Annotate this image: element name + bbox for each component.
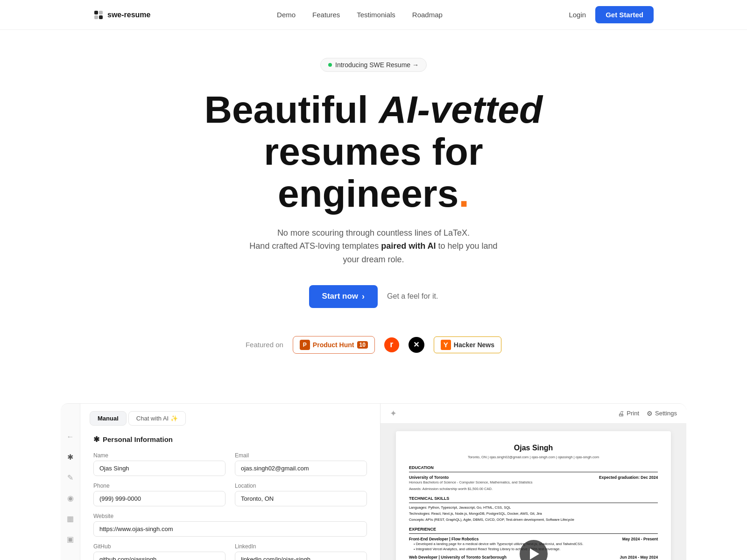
phone-location-row: Phone (999) 999-0000 Location Toronto, O…: [93, 483, 367, 506]
resume-skills-languages: Languages: Python, Typescript, Javascrip…: [409, 505, 658, 511]
badge-text: Introducing SWE Resume →: [335, 61, 419, 69]
featured-label: Featured on: [246, 341, 283, 349]
github-group: GitHub github.com/ojassingh: [93, 543, 226, 560]
sidebar-person-icon[interactable]: ✱: [65, 452, 76, 462]
resume-skills-title: Technical Skills: [409, 496, 658, 503]
product-hunt-text: Product Hunt: [313, 341, 354, 349]
github-input[interactable]: github.com/ojassingh: [93, 552, 226, 560]
announcing-badge[interactable]: Introducing SWE Resume →: [320, 58, 427, 72]
twitter-badge[interactable]: ✕: [409, 337, 424, 353]
email-input[interactable]: ojas.singh02@gmail.com: [235, 461, 367, 476]
website-row: Website https://www.ojas-singh.com: [93, 513, 367, 537]
resume-edu-degree: Honours Bachelors of Science - Computer …: [409, 480, 658, 485]
resume-experience-title: Experience: [409, 526, 658, 534]
nav-demo[interactable]: Demo: [277, 11, 296, 19]
hero-title-part1: Beautiful: [204, 88, 379, 131]
email-label: Email: [235, 452, 367, 459]
sidebar-back-icon[interactable]: ←: [65, 432, 76, 442]
login-button[interactable]: Login: [569, 11, 586, 19]
print-icon: 🖨: [618, 410, 624, 417]
start-now-button[interactable]: Start now ›: [309, 285, 378, 308]
resume-edu-date: Expected graduation: Dec 2024: [599, 475, 658, 480]
navbar: swe-resume Demo Features Testimonials Ro…: [0, 0, 747, 30]
nav-links: Demo Features Testimonials Roadmap: [277, 11, 443, 19]
sidebar-globe-icon[interactable]: ◉: [65, 493, 76, 504]
linkedin-handle: ojas-singh: [283, 556, 310, 560]
start-now-label: Start now: [322, 292, 358, 301]
tab-ai-chat[interactable]: Chat with AI ✨: [128, 411, 186, 426]
settings-button[interactable]: ⚙ Settings: [647, 410, 677, 417]
print-label: Print: [627, 410, 639, 417]
location-input[interactable]: Toronto, ON: [235, 491, 367, 506]
featured-row: Featured on P Product Hunt 10 r ✕ Y Hack…: [246, 336, 501, 354]
sidebar-chart-icon[interactable]: ▦: [65, 514, 76, 524]
github-label: GitHub: [93, 543, 226, 550]
logo-text: swe-resume: [107, 11, 151, 19]
resume-edu-awards: Awards: Admission scholarship worth $1,5…: [409, 487, 658, 492]
reddit-badge[interactable]: r: [384, 337, 399, 352]
resume-contact: Toronto, ON | ojas.singh02@gmail.com | o…: [409, 455, 658, 460]
nav-roadmap[interactable]: Roadmap: [412, 11, 443, 19]
subtitle-bold: paired with AI: [381, 241, 436, 251]
github-linkedin-row: GitHub github.com/ojassingh LinkedIn lin…: [93, 543, 367, 560]
resume-exp2-date: Jun 2024 - May 2024: [620, 554, 658, 560]
subtitle-line1: No more scouring through countless lines…: [277, 228, 470, 238]
location-label: Location: [235, 483, 367, 489]
github-prefix: github.com/: [99, 556, 131, 560]
print-button[interactable]: 🖨 Print: [618, 410, 639, 417]
hero-title-italic: AI-vetted: [379, 88, 543, 131]
demo-section: ← ✱ ✎ ◉ ▦ ▣ Manual Chat with AI ✨ ✱ Pers…: [61, 403, 686, 560]
nav-testimonials[interactable]: Testimonials: [357, 11, 395, 19]
right-toolbar: ✦ 🖨 Print ⚙ Settings: [381, 404, 686, 424]
website-group: Website https://www.ojas-singh.com: [93, 513, 367, 537]
name-input[interactable]: Ojas Singh: [93, 461, 226, 476]
left-panel: Manual Chat with AI ✨ ✱ Personal Informa…: [80, 404, 381, 560]
resume-skills-concepts: Concepts: APIs (REST, GraphQL), Agile, D…: [409, 518, 658, 523]
linkedin-input[interactable]: linkedin.com/in/ojas-singh: [235, 552, 367, 560]
sidebar-folder-icon[interactable]: ▣: [65, 534, 76, 545]
right-panel: ✦ 🖨 Print ⚙ Settings Ojas Singh Toronto,…: [381, 404, 686, 560]
svg-rect-1: [99, 11, 103, 14]
phone-label: Phone: [93, 483, 226, 489]
section-personal-label: Personal Information: [103, 435, 173, 443]
tab-manual[interactable]: Manual: [90, 411, 127, 426]
linkedin-group: LinkedIn linkedin.com/in/ojas-singh: [235, 543, 367, 560]
svg-rect-3: [99, 15, 103, 19]
nav-features[interactable]: Features: [312, 11, 340, 19]
website-input[interactable]: https://www.ojas-singh.com: [93, 521, 367, 537]
get-started-button[interactable]: Get Started: [595, 6, 654, 23]
product-hunt-count: 10: [357, 341, 368, 349]
hacker-news-icon: Y: [441, 340, 451, 350]
chevron-icon: ›: [362, 292, 365, 301]
panel-tabs: Manual Chat with AI ✨: [80, 404, 380, 426]
logo-icon: [93, 10, 104, 20]
linkedin-prefix: linkedin.com/in/: [241, 556, 283, 560]
settings-icon: ⚙: [647, 410, 653, 417]
hacker-news-badge[interactable]: Y Hacker News: [434, 336, 501, 353]
logo[interactable]: swe-resume: [93, 10, 151, 20]
nav-right: Login Get Started: [569, 6, 654, 23]
name-group: Name Ojas Singh: [93, 452, 226, 476]
hacker-news-text: Hacker News: [454, 341, 494, 349]
resume-exp2-title: Web Developer | University of Toronto Sc…: [409, 554, 507, 560]
phone-input[interactable]: (999) 999-0000: [93, 491, 226, 506]
hero-title: Beautiful AI-vetted resumes for engineer…: [163, 89, 584, 215]
email-group: Email ojas.singh02@gmail.com: [235, 452, 367, 476]
svg-rect-0: [94, 11, 98, 14]
product-hunt-badge[interactable]: P Product Hunt 10: [293, 336, 375, 354]
linkedin-label: LinkedIn: [235, 543, 367, 550]
badge-dot: [328, 63, 332, 67]
resume-skills-tech: Technologies: React, Next.js, Node.js, M…: [409, 511, 658, 517]
resume-exp1-title: Front-End Developer | Flow Robotics: [409, 536, 479, 542]
resume-name: Ojas Singh: [409, 442, 658, 453]
hero-cta-row: Start now › Get a feel for it.: [309, 285, 438, 308]
resume-education-title: Education: [409, 465, 658, 472]
star-icon: ✦: [390, 408, 397, 419]
location-group: Location Toronto, ON: [235, 483, 367, 506]
svg-rect-2: [94, 15, 98, 19]
sidebar-brush-icon[interactable]: ✎: [65, 473, 76, 483]
settings-label: Settings: [655, 410, 677, 417]
resume-exp1-date: May 2024 - Present: [622, 536, 658, 542]
product-hunt-icon: P: [300, 340, 310, 350]
feel-it-text: Get a feel for it.: [387, 292, 438, 301]
